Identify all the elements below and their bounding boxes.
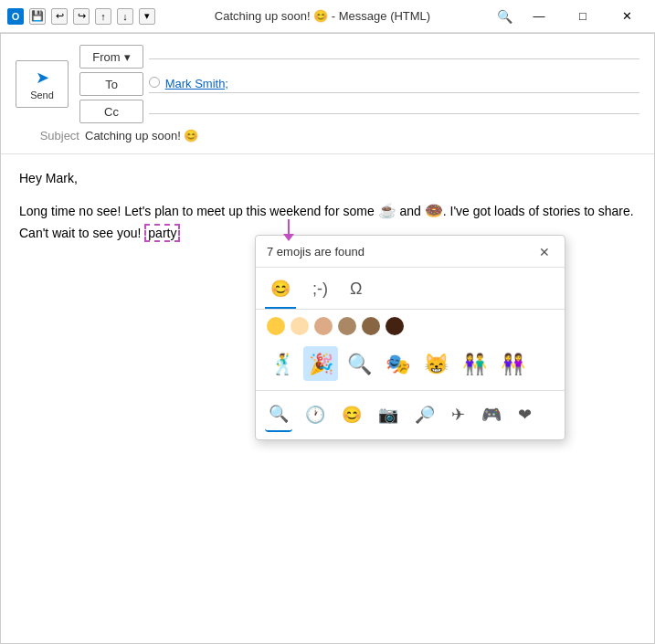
emoji-picker: 7 emojis are found ✕ 😊 ;-) Ω 🕺 🎉 🔍	[255, 235, 565, 440]
emoji-tab-omega[interactable]: Ω	[344, 273, 367, 309]
category-recent[interactable]: 🕐	[301, 399, 329, 431]
typed-word: party	[144, 224, 180, 242]
from-dropdown-icon: ▾	[124, 50, 131, 64]
emoji-picker-close-button[interactable]: ✕	[535, 243, 554, 261]
category-symbols[interactable]: ❤	[514, 399, 535, 431]
emoji-item[interactable]: 🔍	[342, 346, 376, 381]
email-header: ➤ Send From ▾ To Mark Sm	[1, 34, 654, 154]
up-button[interactable]: ↑	[95, 8, 111, 25]
skin-tone-medium[interactable]	[338, 317, 356, 335]
emoji-item[interactable]: 😸	[418, 346, 453, 381]
skin-tone-medium-light[interactable]	[314, 317, 333, 335]
dropdown-button[interactable]: ▾	[139, 8, 155, 25]
category-search[interactable]: 🔍	[265, 398, 292, 432]
to-field-row: To Mark Smith;	[79, 72, 639, 96]
app-icon: O	[7, 8, 24, 25]
cc-label: Cc	[104, 105, 119, 119]
emoji-tab-text[interactable]: ;-)	[307, 273, 333, 309]
undo-button[interactable]: ↩	[51, 8, 68, 25]
category-smileys[interactable]: 😊	[338, 399, 365, 431]
emoji-item[interactable]: 🎭	[380, 346, 415, 381]
window-controls: — □ ✕	[518, 3, 648, 30]
arrow-line	[288, 219, 290, 234]
skin-tone-light[interactable]	[291, 317, 309, 335]
category-objects[interactable]: 📷	[375, 399, 402, 431]
skin-tone-medium-dark[interactable]	[362, 317, 380, 335]
contact-dot	[149, 77, 160, 88]
subject-label: Subject	[16, 129, 79, 143]
cc-value[interactable]	[149, 110, 639, 114]
window-title: Catching up soon! 😊 - Message (HTML)	[161, 9, 484, 23]
emoji-item-selected[interactable]: 🎉	[303, 346, 338, 381]
send-label: Send	[30, 90, 54, 100]
subject-row: Subject Catching up soon! 😊	[16, 129, 639, 143]
cc-field-row: Cc	[79, 100, 639, 123]
maximize-button[interactable]: □	[562, 3, 604, 30]
minimize-button[interactable]: —	[518, 3, 560, 30]
picker-arrow	[283, 219, 294, 241]
to-label: To	[105, 78, 118, 91]
email-compose-window: ➤ Send From ▾ To Mark Sm	[0, 33, 655, 644]
emoji-picker-header: 7 emojis are found ✕	[256, 236, 565, 268]
emoji-tab-bar: 😊 ;-) Ω	[256, 268, 565, 310]
down-button[interactable]: ↓	[117, 8, 133, 25]
redo-button[interactable]: ↪	[73, 8, 90, 25]
from-button[interactable]: From ▾	[79, 45, 143, 69]
arrow-head	[283, 234, 294, 241]
email-greeting: Hey Mark,	[19, 169, 636, 188]
emoji-category-bar: 🔍 🕐 😊 📷 🔎 ✈ 🎮 ❤	[256, 390, 565, 439]
to-button[interactable]: To	[79, 72, 143, 96]
emoji-item[interactable]: 🕺	[265, 346, 300, 381]
from-label: From	[92, 50, 120, 64]
donut-emoji: 🍩	[425, 203, 443, 218]
email-body[interactable]: Hey Mark, Long time no see! Let's plan t…	[1, 154, 654, 643]
emoji-grid: 🕺 🎉 🔍 🎭 😸 👫 👭	[256, 343, 565, 390]
to-value[interactable]: Mark Smith;	[149, 75, 639, 93]
send-icon: ➤	[36, 68, 49, 88]
emoji-item[interactable]: 👫	[457, 346, 491, 381]
coffee-emoji: ☕	[378, 203, 396, 218]
cc-button[interactable]: Cc	[79, 100, 143, 123]
close-button[interactable]: ✕	[606, 3, 648, 30]
category-find[interactable]: 🔎	[411, 399, 438, 431]
header-fields: From ▾ To Mark Smith; Cc	[79, 45, 639, 123]
emoji-item[interactable]: 👭	[495, 346, 530, 381]
skin-tone-yellow[interactable]	[267, 317, 285, 335]
search-icon[interactable]: 🔍	[497, 9, 512, 24]
from-value	[149, 55, 639, 59]
skin-tone-row	[256, 310, 565, 343]
from-field-row: From ▾	[79, 45, 639, 69]
category-activities[interactable]: 🎮	[478, 399, 505, 431]
skin-tone-dark[interactable]	[386, 317, 404, 335]
emoji-tab-smiley[interactable]: 😊	[265, 273, 296, 309]
category-travel[interactable]: ✈	[448, 399, 469, 431]
title-bar: O 💾 ↩ ↪ ↑ ↓ ▾ Catching up soon! 😊 - Mess…	[0, 0, 655, 33]
save-button[interactable]: 💾	[29, 8, 46, 25]
from-row: ➤ Send From ▾ To Mark Sm	[16, 45, 639, 123]
emoji-picker-title: 7 emojis are found	[267, 243, 364, 261]
and-text: and	[399, 204, 420, 218]
subject-value[interactable]: Catching up soon! 😊	[85, 129, 639, 143]
to-recipient[interactable]: Mark Smith;	[165, 77, 228, 90]
send-button[interactable]: ➤ Send	[16, 60, 69, 108]
